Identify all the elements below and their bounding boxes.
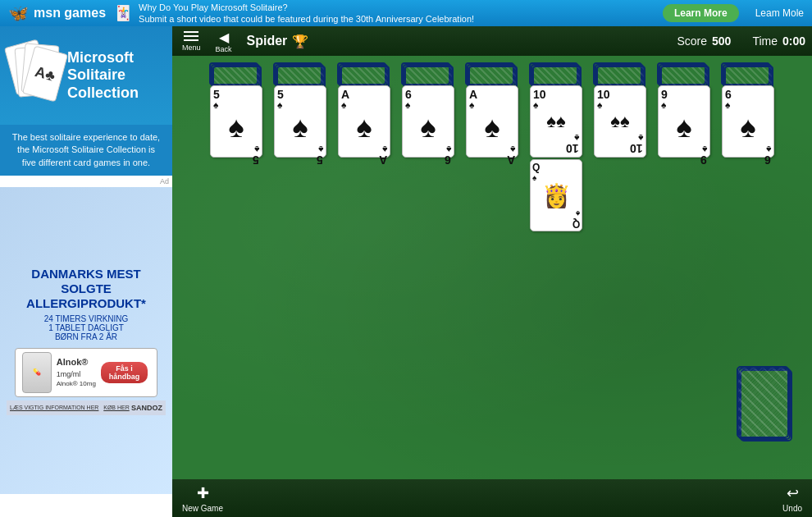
promo-line1: Why Do You Play Microsoft Solitaire? bbox=[139, 2, 474, 13]
card-center-suit: ♠♠ bbox=[597, 110, 643, 133]
ad-sandoz: SANDOZ bbox=[131, 404, 162, 412]
new-game-label: New Game bbox=[182, 504, 223, 513]
back-arrow-icon: ◀ bbox=[219, 30, 229, 45]
ad-dose: 1mg/ml bbox=[57, 369, 96, 380]
top-banner: 🦋 msn games 🃏 Why Do You Play Microsoft … bbox=[0, 0, 812, 26]
deck-card-top bbox=[737, 366, 789, 438]
ad-line2: 1 TABLET DAGLIGT bbox=[44, 323, 129, 332]
learn-more-button[interactable]: Learn More bbox=[663, 4, 739, 22]
card-rank-bottom: 6 bbox=[764, 154, 771, 166]
new-game-button[interactable]: ✚ New Game bbox=[182, 484, 223, 513]
game-description: The best solitaire experience to date, t… bbox=[0, 125, 172, 176]
menu-label: Menu bbox=[182, 43, 201, 52]
hamburger-icon bbox=[184, 39, 198, 41]
queen-inner: Q ♠ 👸 ♠ Q bbox=[531, 160, 582, 231]
ad-title: DANMARKS MEST SOLGTE ALLERGIPRODUKT* bbox=[7, 267, 166, 311]
ad-bottom-text: LÆS VIGTIG INFORMATION HER KØB HER bbox=[10, 405, 130, 410]
promo-text: Why Do You Play Microsoft Solitaire? Sub… bbox=[139, 2, 474, 25]
banner-promo: 🃏 Why Do You Play Microsoft Solitaire? S… bbox=[114, 2, 655, 25]
left-sidebar: Q♥ Q♠ K♦ A♣ MicrosoftSolitaireCollection… bbox=[0, 26, 172, 517]
ad-info-link[interactable]: LÆS VIGTIG INFORMATION HER bbox=[10, 405, 98, 410]
deck-pile[interactable] bbox=[737, 366, 796, 438]
undo-button[interactable]: ↩ Undo bbox=[782, 484, 802, 513]
card-center-suit: ♠ bbox=[213, 110, 259, 144]
undo-label: Undo bbox=[782, 504, 802, 513]
game-toolbar: Menu ◀ Back Spider 🏆 Score 500 Time 0:00 bbox=[172, 26, 812, 56]
card-suit: ♠ bbox=[661, 100, 707, 110]
time-label: Time bbox=[752, 34, 778, 48]
playing-card[interactable]: A ♠ ♠ ♠ A bbox=[466, 85, 518, 158]
ad-timing: 24 TIMERS VIRKNING 1 TABLET DAGLIGT BØRN… bbox=[44, 314, 129, 341]
playing-card[interactable]: 10 ♠ ♠♠ ♠ 10 bbox=[594, 85, 646, 158]
back-button[interactable]: ◀ Back bbox=[209, 26, 239, 57]
main-layout: Q♥ Q♠ K♦ A♣ MicrosoftSolitaireCollection… bbox=[0, 26, 812, 517]
ad-bottom: LÆS VIGTIG INFORMATION HER KØB HER SANDO… bbox=[7, 400, 166, 415]
card-center-suit: ♠ bbox=[341, 110, 387, 144]
ad-cta-button[interactable]: Fås ihåndbag bbox=[101, 362, 148, 383]
card-suit: ♠ bbox=[213, 100, 259, 110]
game-title: MicrosoftSolitaireCollection bbox=[67, 49, 139, 103]
ad-area: Ad DANMARKS MEST SOLGTE ALLERGIPRODUKT* … bbox=[0, 176, 172, 517]
bottom-toolbar: ✚ New Game ↩ Undo bbox=[172, 479, 812, 517]
new-game-icon: ✚ bbox=[197, 484, 209, 502]
score-label: Score bbox=[677, 34, 707, 48]
user-display: Leam Mole bbox=[755, 7, 804, 19]
time-value: 0:00 bbox=[782, 34, 805, 48]
card-center-suit: ♠♠ bbox=[533, 110, 579, 133]
logo-cards: Q♥ Q♠ K♦ A♣ bbox=[10, 43, 59, 108]
playing-card[interactable]: A ♠ ♠ ♠ A bbox=[338, 85, 390, 158]
queen-rank-bottom: Q bbox=[573, 218, 580, 230]
card-column-2: 5 ♠ ♠ ♠ 5 bbox=[271, 62, 330, 231]
card-rank: A bbox=[341, 89, 387, 100]
game-name-label: Spider bbox=[247, 34, 288, 48]
playing-card[interactable]: 6 ♠ ♠ ♠ 6 bbox=[722, 85, 774, 158]
card-suit: ♠ bbox=[597, 100, 643, 110]
hamburger-icon bbox=[184, 31, 198, 33]
queen-suit-bottom: ♠ bbox=[576, 209, 580, 218]
msn-logo-text: msn games bbox=[34, 6, 106, 21]
card-rank-bottom: 9 bbox=[700, 154, 707, 166]
spider-icon: 🏆 bbox=[292, 34, 308, 49]
playing-card[interactable]: 5 ♠ ♠ ♠ 5 bbox=[274, 85, 326, 158]
hamburger-icon bbox=[184, 35, 198, 37]
card-rank-bottom: A bbox=[379, 154, 387, 166]
card-rank-bottom: A bbox=[507, 154, 515, 166]
card-rank: 6 bbox=[405, 89, 451, 100]
queen-center: 👸 bbox=[532, 182, 580, 209]
ad-title-line2: SOLGTE ALLERGIPRODUKT* bbox=[7, 281, 166, 311]
card-suit: ♠ bbox=[277, 100, 323, 110]
playing-card[interactable]: 5 ♠ ♠ ♠ 5 bbox=[210, 85, 262, 158]
card-rank: 5 bbox=[277, 89, 323, 100]
card-rank: A bbox=[469, 89, 515, 100]
card-rank: 10 bbox=[533, 89, 579, 100]
card-columns: 5 ♠ ♠ ♠ 5 5 ♠ bbox=[172, 56, 812, 231]
msn-butterfly-icon: 🦋 bbox=[8, 3, 29, 23]
card-center-suit: ♠ bbox=[725, 110, 771, 144]
game-area: Menu ◀ Back Spider 🏆 Score 500 Time 0:00 bbox=[172, 26, 812, 517]
ad-product: 💊 Alnok® 1mg/ml Alnok® 10mg Fås ihåndbag bbox=[15, 348, 158, 397]
card-suit: ♠ bbox=[341, 100, 387, 110]
ad-buy-link[interactable]: KØB HER bbox=[103, 405, 130, 410]
card-suit: ♠ bbox=[725, 100, 771, 110]
ad-product-info: Alnok® 1mg/ml Alnok® 10mg bbox=[57, 356, 96, 388]
playing-card[interactable]: 9 ♠ ♠ ♠ 9 bbox=[658, 85, 710, 158]
card-rank-bottom: 10 bbox=[566, 143, 579, 154]
card-column-8: 9 ♠ ♠ ♠ 9 bbox=[655, 62, 714, 231]
card-column-6: 10 ♠ ♠♠ ♠ 10 Q ♠ 👸 ♠ Q bbox=[527, 62, 586, 231]
promo-line2: Submit a short video that could be featu… bbox=[139, 13, 474, 25]
undo-icon: ↩ bbox=[787, 484, 799, 502]
card-rank-bottom: 6 bbox=[445, 154, 451, 166]
queen-card[interactable]: Q ♠ 👸 ♠ Q bbox=[530, 159, 582, 231]
score-value: 500 bbox=[712, 34, 731, 48]
ad-line3: BØRN FRA 2 ÅR bbox=[44, 332, 129, 341]
menu-button[interactable]: Menu bbox=[179, 28, 204, 55]
ad-pill-image: 💊 bbox=[22, 352, 52, 393]
card-column-1: 5 ♠ ♠ ♠ 5 bbox=[207, 62, 266, 231]
msn-logo: 🦋 msn games bbox=[8, 3, 106, 23]
card-suit: ♠ bbox=[405, 100, 451, 110]
card-column-7: 10 ♠ ♠♠ ♠ 10 bbox=[591, 62, 650, 231]
card-rank-bottom: 5 bbox=[317, 154, 323, 166]
playing-card[interactable]: 10 ♠ ♠♠ ♠ 10 bbox=[530, 85, 582, 158]
playing-card[interactable]: 6 ♠ ♠ ♠ 6 bbox=[402, 85, 454, 158]
ad-title-line1: DANMARKS MEST bbox=[7, 267, 166, 281]
